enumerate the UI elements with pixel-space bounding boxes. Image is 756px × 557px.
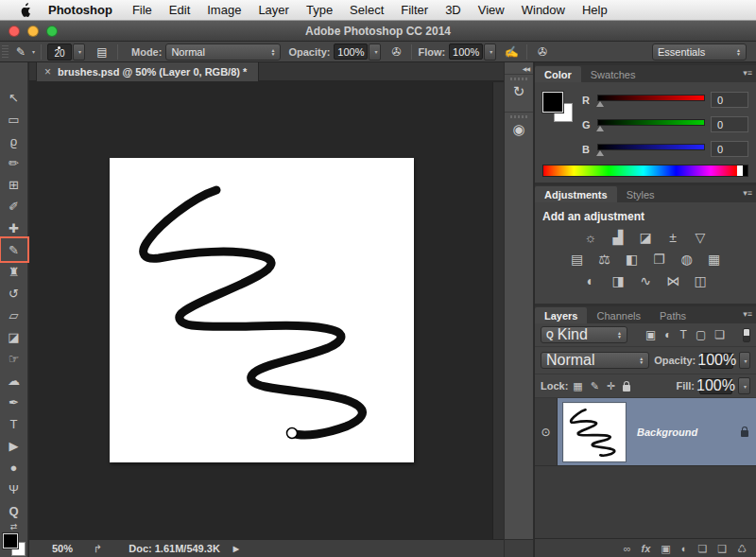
smudge-tool[interactable]: ☞ [2, 348, 26, 369]
adjustments-tab-styles[interactable]: Styles [617, 186, 664, 202]
toggle-brush-panel-icon[interactable]: ▤ [93, 44, 112, 61]
layer-visibility-eye-icon[interactable]: ⊙ [535, 398, 558, 465]
layer-filter-select[interactable]: Q Kind ▲▼ [541, 326, 627, 343]
spot-healing-brush-tool[interactable]: ✚ [2, 218, 26, 238]
quick-selection-tool[interactable]: ✏ [2, 152, 26, 173]
brightness-contrast-icon[interactable]: ☼ [583, 231, 598, 245]
channel-value-field[interactable]: 0 [711, 141, 748, 157]
layers-tab-layers[interactable]: Layers [535, 307, 587, 323]
levels-icon[interactable]: ▟ [610, 231, 626, 245]
layer-fill-dropdown-button[interactable]: ▾ [738, 377, 750, 394]
slider-thumb[interactable] [596, 126, 604, 131]
brush-tool[interactable]: ✎ [2, 239, 26, 260]
slider-thumb[interactable] [596, 150, 604, 156]
color-tab-swatches[interactable]: Swatches [581, 66, 645, 82]
path-selection-tool[interactable]: ▶ [2, 435, 26, 456]
pen-tool[interactable]: ✒ [2, 392, 26, 412]
pasteboard[interactable] [29, 82, 492, 539]
panel-menu-icon[interactable]: ▾≡ [743, 188, 752, 198]
status-menu-arrow-icon[interactable]: ▶ [233, 545, 239, 553]
channel-slider-b[interactable] [597, 144, 705, 155]
black-white-icon[interactable]: ◧ [625, 252, 640, 267]
layer-fill-field[interactable]: 100% [699, 378, 732, 394]
layer-thumbnail[interactable] [563, 403, 626, 461]
photo-filter-icon[interactable]: ❐ [652, 252, 667, 267]
vibrance-icon[interactable]: ▽ [693, 231, 708, 245]
close-tab-icon[interactable]: × [44, 65, 51, 78]
menu-item-select[interactable]: Select [341, 0, 392, 21]
menu-item-layer[interactable]: Layer [249, 0, 298, 21]
tablet-pressure-size-icon[interactable]: ✇ [533, 44, 552, 61]
filter-adjustment-layers-icon[interactable]: ◐ [664, 328, 671, 341]
layer-opacity-dropdown-button[interactable]: ▾ [739, 352, 750, 369]
opacity-dropdown-button[interactable]: ▾ [369, 44, 381, 61]
opacity-field[interactable]: 100% [334, 44, 368, 60]
lock-all-icon[interactable] [623, 385, 630, 392]
menu-item-help[interactable]: Help [574, 0, 616, 21]
history-brush-tool[interactable]: ↺ [2, 283, 26, 304]
add-layer-mask-icon[interactable]: ▣ [661, 543, 670, 554]
zoom-tool[interactable]: Q [2, 500, 26, 521]
channel-value-field[interactable]: 0 [711, 116, 748, 132]
history-panel-button[interactable]: ↻ [505, 74, 533, 112]
color-balance-icon[interactable]: ⚖ [597, 252, 612, 267]
panel-menu-icon[interactable]: ▾≡ [743, 68, 752, 78]
export-icon[interactable]: ↱ [94, 543, 102, 555]
move-tool[interactable]: ↖ [2, 87, 26, 108]
slider-thumb[interactable] [596, 101, 604, 107]
lock-paint-icon[interactable]: ✎ [591, 380, 599, 392]
menu-item-photoshop[interactable]: Photoshop [40, 0, 124, 21]
clone-stamp-tool[interactable]: ♜ [2, 261, 26, 282]
layers-tab-paths[interactable]: Paths [650, 307, 696, 323]
brush-size-field[interactable]: 20 [47, 44, 72, 61]
menu-item-3d[interactable]: 3D [437, 0, 470, 21]
menu-item-edit[interactable]: Edit [161, 0, 198, 21]
options-bar-grip[interactable] [2, 45, 9, 59]
menu-item-window[interactable]: Window [513, 0, 574, 21]
filter-pixel-layers-icon[interactable]: ▣ [645, 328, 656, 341]
lock-move-icon[interactable]: ✛ [607, 380, 615, 392]
menu-item-type[interactable]: Type [298, 0, 341, 21]
filter-smart-objects-icon[interactable]: ❏ [714, 328, 725, 341]
gradient-tool[interactable]: ◪ [2, 326, 26, 347]
blend-mode-select[interactable]: Normal ▲▼ [541, 352, 649, 369]
curves-icon[interactable]: ◪ [638, 231, 653, 245]
foreground-color-swatch[interactable] [3, 533, 18, 548]
exposure-icon[interactable]: ± [665, 231, 680, 245]
menu-item-image[interactable]: Image [198, 0, 249, 21]
eyedropper-tool[interactable]: ✐ [2, 196, 26, 217]
brush-size-dropdown-button[interactable]: ▾ [73, 44, 85, 61]
title-bar[interactable]: Adobe Photoshop CC 2014 [0, 21, 756, 42]
channel-value-field[interactable]: 0 [711, 92, 748, 108]
crop-tool[interactable]: ⊞ [2, 174, 26, 195]
new-adjustment-layer-icon[interactable]: ◐ [681, 543, 688, 554]
selective-color-icon[interactable]: ⋈ [665, 274, 680, 288]
rectangular-marquee-tool[interactable]: ▭ [2, 109, 26, 130]
channel-slider-g[interactable] [597, 119, 705, 131]
invert-icon[interactable]: ◐ [583, 274, 598, 288]
swap-colors-icon[interactable]: ⇄ [2, 521, 26, 531]
layer-style-icon[interactable]: fx [642, 543, 651, 554]
filter-shape-layers-icon[interactable]: ▢ [696, 328, 706, 341]
flow-dropdown-button[interactable]: ▾ [484, 44, 496, 61]
new-group-icon[interactable]: ❏ [697, 543, 707, 554]
new-layer-icon[interactable]: ❑ [717, 543, 727, 554]
hand-tool[interactable]: Ψ [2, 479, 26, 499]
layers-tab-channels[interactable]: Channels [587, 307, 649, 323]
layer-row-background[interactable]: ⊙ Background [535, 398, 756, 466]
layer-filter-toggle[interactable] [743, 328, 750, 342]
zoom-level-field[interactable]: 50% [52, 543, 73, 554]
apple-icon[interactable] [13, 3, 38, 17]
lasso-tool[interactable]: ϱ [2, 131, 26, 151]
minimize-window-button[interactable] [27, 26, 39, 37]
workspace-select[interactable]: Essentials ▲▼ [652, 44, 747, 61]
menu-item-filter[interactable]: Filter [392, 0, 437, 21]
airbrush-icon[interactable]: ✍ [502, 44, 521, 61]
hue-saturation-icon[interactable]: ▤ [570, 252, 585, 267]
mode-select[interactable]: Normal ▲▼ [165, 44, 281, 61]
adjustments-tab-adjustments[interactable]: Adjustments [535, 186, 617, 202]
filter-type-layers-icon[interactable]: T [680, 328, 687, 341]
color-lookup-icon[interactable]: ▦ [707, 252, 722, 267]
layer-opacity-field[interactable]: 100% [700, 353, 733, 369]
type-tool[interactable]: T [2, 413, 26, 434]
